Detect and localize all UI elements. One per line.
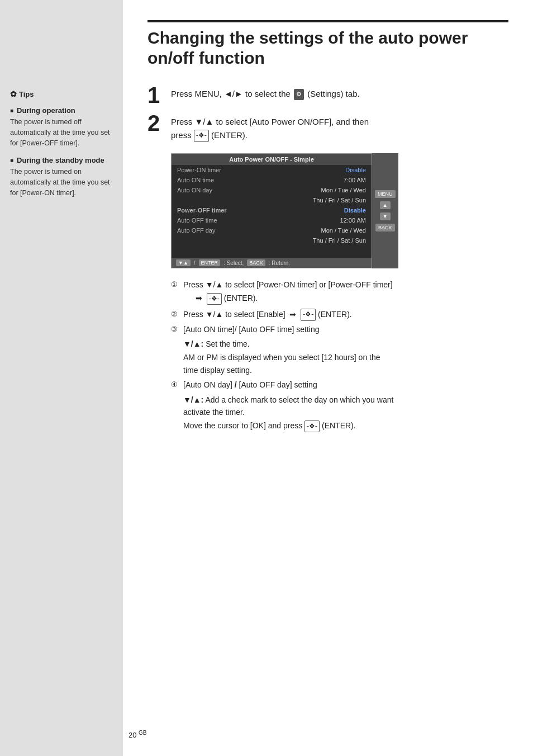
- enter-symbol-2: -❖-: [301, 309, 316, 320]
- cell-label: Auto ON time: [172, 175, 269, 185]
- screen-table: Power-ON timer Disable Auto ON time 7:00…: [172, 165, 372, 245]
- instr-1-circle: ①: [171, 278, 181, 291]
- step-1-text: Press MENU, ◄/► to select the: [171, 89, 293, 98]
- table-row: Power-ON timer Disable: [172, 165, 372, 175]
- step-2-number: 2: [147, 112, 165, 134]
- cell-label: Auto ON day: [172, 185, 269, 195]
- instr-3: ③ [Auto ON time]/ [Auto OFF time] settin…: [171, 323, 508, 336]
- table-row: Thu / Fri / Sat / Sun: [172, 235, 372, 245]
- screen-side-controls: MENU ▲ ▼ BACK: [372, 153, 398, 268]
- back-button: BACK: [375, 224, 395, 231]
- table-row: Auto ON time 7:00 AM: [172, 175, 372, 185]
- enter-symbol: -❖-: [194, 130, 209, 141]
- section2-title: During the standby mode: [10, 156, 113, 164]
- cell-label: [172, 195, 269, 205]
- instr-1-text: Press ▼/▲ to select [Power-ON timer] or …: [183, 280, 393, 289]
- section2-text: The power is turned on automatically at …: [10, 167, 113, 198]
- table-row: Auto OFF day Mon / Tue / Wed: [172, 225, 372, 235]
- page-locale: GB: [139, 730, 146, 736]
- cell-value: Mon / Tue / Wed: [269, 225, 372, 235]
- page-title: Changing the settings of the auto power …: [147, 20, 508, 68]
- numbered-instructions: ① Press ▼/▲ to select [Power-ON timer] o…: [171, 278, 508, 432]
- instr-4-sub1: ▼/▲: Add a check mark to select the day …: [183, 394, 508, 419]
- instr-3-text: [Auto ON time]/ [Auto OFF time] setting: [183, 323, 320, 336]
- instr-3-sub2: AM or PM is displayed when you select [1…: [183, 351, 508, 376]
- up-button: ▲: [380, 201, 391, 209]
- cell-value: Thu / Fri / Sat / Sun: [269, 195, 372, 205]
- step-2-enter-label: (ENTER).: [211, 130, 248, 140]
- screen-display: Auto Power ON/OFF - Simple Power-ON time…: [171, 153, 372, 268]
- instr-4: ④ [Auto ON day] / [Auto OFF day] setting: [171, 379, 508, 391]
- cell-label: Power-OFF timer: [172, 205, 269, 215]
- step-2-content: Press ▼/▲ to select [Auto Power ON/OFF],…: [171, 112, 369, 142]
- instr-2-circle: ②: [171, 308, 181, 320]
- cell-label: Power-ON timer: [172, 165, 269, 175]
- section1-title: During operation: [10, 106, 113, 115]
- table-row: Thu / Fri / Sat / Sun: [172, 195, 372, 205]
- tips-title: Tips: [19, 90, 34, 98]
- instr-1-body: Press ▼/▲ to select [Power-ON timer] or …: [183, 278, 393, 306]
- instr-3-sub1: ▼/▲: Set the time.: [183, 338, 508, 350]
- cell-label: [172, 235, 269, 245]
- step-1-number: 1: [147, 84, 165, 106]
- screen-title: Auto Power ON/OFF - Simple: [172, 154, 372, 165]
- footer-btn-nav: ▼▲: [176, 259, 191, 266]
- main-content: Changing the settings of the auto power …: [123, 0, 533, 756]
- step-1: 1 Press MENU, ◄/► to select the ⚙ (Setti…: [147, 84, 508, 106]
- settings-icon: ⚙: [294, 89, 304, 100]
- footer-enter-label: /: [194, 260, 196, 266]
- step-1-text2: (Settings) tab.: [307, 89, 359, 98]
- step-1-content: Press MENU, ◄/► to select the ⚙ (Setting…: [171, 84, 360, 101]
- enter-symbol-1: -❖-: [207, 293, 222, 305]
- steps: 1 Press MENU, ◄/► to select the ⚙ (Setti…: [147, 84, 508, 142]
- menu-button: MENU: [375, 190, 396, 198]
- instr-2: ② Press ▼/▲ to select [Enable] ➡ -❖- (EN…: [171, 308, 508, 321]
- down-button: ▼: [380, 212, 391, 220]
- cell-value: 7:00 AM: [269, 175, 372, 185]
- cell-value: Mon / Tue / Wed: [269, 185, 372, 195]
- cell-value: Disable: [269, 165, 372, 175]
- screenshot-box: Auto Power ON/OFF - Simple Power-ON time…: [171, 153, 508, 268]
- page-number: 20: [129, 731, 136, 739]
- instr-4-text: [Auto ON day] / [Auto OFF day] setting: [183, 379, 317, 391]
- instr-2-text: Press ▼/▲ to select [Enable] ➡ -❖- (ENTE…: [183, 308, 352, 321]
- instr-3-circle: ③: [171, 323, 181, 336]
- instr-1: ① Press ▼/▲ to select [Power-ON timer] o…: [171, 278, 508, 306]
- cell-value: Thu / Fri / Sat / Sun: [269, 235, 372, 245]
- footer-btn-enter: ENTER: [199, 259, 221, 266]
- sidebar: ✿ Tips During operation The power is tur…: [0, 0, 123, 756]
- cell-value: Disable: [269, 205, 372, 215]
- table-row: Power-OFF timer Disable: [172, 205, 372, 215]
- table-row: Auto OFF time 12:00 AM: [172, 215, 372, 225]
- page-footer: 20 GB: [129, 730, 147, 739]
- tips-heading: ✿ Tips: [10, 89, 113, 98]
- instr-4-circle: ④: [171, 379, 181, 391]
- instr-1-sub: ➡ -❖- (ENTER).: [196, 292, 393, 305]
- instr-4-sub2: Move the cursor to [OK] and press -❖- (E…: [183, 419, 508, 432]
- footer-return-label: : Return.: [269, 260, 290, 266]
- table-row: Auto ON day Mon / Tue / Wed: [172, 185, 372, 195]
- tips-icon: ✿: [10, 89, 17, 98]
- cell-label: Auto OFF time: [172, 215, 269, 225]
- footer-select-label: : Select,: [223, 260, 244, 266]
- section1-text: The power is turned off automatically at…: [10, 117, 113, 148]
- footer-btn-back: BACK: [247, 259, 265, 266]
- screen-footer: ▼▲ / ENTER : Select, BACK : Return.: [172, 258, 372, 268]
- enter-symbol-3: -❖-: [304, 420, 320, 432]
- cell-label: Auto OFF day: [172, 225, 269, 235]
- step-2: 2 Press ▼/▲ to select [Auto Power ON/OFF…: [147, 112, 508, 142]
- cell-value: 12:00 AM: [269, 215, 372, 225]
